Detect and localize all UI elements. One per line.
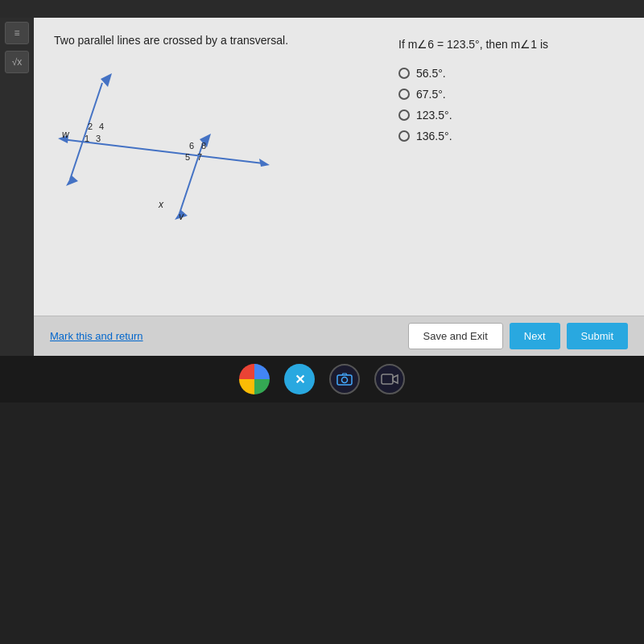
option-2-text: 67.5°. xyxy=(416,88,446,101)
radio-4[interactable] xyxy=(398,130,410,142)
radio-2[interactable] xyxy=(398,89,410,100)
radio-3[interactable] xyxy=(398,109,410,121)
diagram-container: 2 4 1 3 6 8 5 7 w x y xyxy=(54,59,279,236)
label-2: 2 xyxy=(88,122,93,131)
option-1-text: 56.5°. xyxy=(416,67,446,80)
question-area: Two parallel lines are crossed by a tran… xyxy=(34,18,644,316)
geometry-diagram: 2 4 1 3 6 8 5 7 w x y xyxy=(54,59,279,220)
x-app-icon[interactable]: ✕ xyxy=(284,364,315,394)
camera-icon[interactable] xyxy=(329,364,360,394)
label-4: 4 xyxy=(99,122,104,131)
svg-line-6 xyxy=(62,139,263,163)
question-title: Two parallel lines are crossed by a tran… xyxy=(54,34,374,47)
taskbar: ✕ xyxy=(0,356,644,402)
condition-text: If m∠6 = 123.5°, then m∠1 is xyxy=(398,38,624,51)
action-buttons: Save and Exit Next Submit xyxy=(408,323,628,349)
right-section: If m∠6 = 123.5°, then m∠1 is 56.5°. 67.5… xyxy=(398,34,624,299)
option-2[interactable]: 67.5°. xyxy=(398,88,624,101)
radio-1[interactable] xyxy=(398,68,410,79)
svg-marker-2 xyxy=(66,175,78,186)
svg-point-10 xyxy=(342,378,348,383)
laptop-body: hp → ↻ □ ⬜⬜ ○ ☀ ◀ # 3 $ 4 % 5 xyxy=(0,402,644,644)
label-7: 7 xyxy=(197,152,202,162)
action-bar: Mark this and return Save and Exit Next … xyxy=(34,316,644,356)
svg-line-0 xyxy=(70,83,102,180)
label-1: 1 xyxy=(85,134,89,143)
svg-marker-7 xyxy=(259,159,270,167)
label-5: 5 xyxy=(185,152,190,162)
sidebar: ≡ √x xyxy=(0,18,34,356)
chrome-icon[interactable] xyxy=(239,364,270,394)
screen-area: ≡ √x Two parallel lines are crossed by a… xyxy=(0,0,644,370)
save-exit-button[interactable]: Save and Exit xyxy=(408,323,503,349)
label-x: x xyxy=(158,199,164,210)
label-6: 6 xyxy=(189,141,194,151)
next-button[interactable]: Next xyxy=(510,323,560,349)
svg-rect-11 xyxy=(382,374,393,384)
label-w: w xyxy=(62,129,70,140)
label-8: 8 xyxy=(201,141,206,151)
option-4-text: 136.5°. xyxy=(416,130,452,142)
mark-this-link[interactable]: Mark this and return xyxy=(50,330,143,342)
label-y: y xyxy=(178,211,184,220)
left-section: Two parallel lines are crossed by a tran… xyxy=(54,34,374,299)
option-1[interactable]: 56.5°. xyxy=(398,67,624,80)
option-4[interactable]: 136.5°. xyxy=(398,130,624,142)
video-icon[interactable] xyxy=(374,364,405,394)
submit-button[interactable]: Submit xyxy=(567,323,628,349)
option-3-text: 123.5°. xyxy=(416,109,452,122)
option-3[interactable]: 123.5°. xyxy=(398,109,624,122)
sidebar-sqrt-icon[interactable]: √x xyxy=(5,51,29,73)
sidebar-menu-icon[interactable]: ≡ xyxy=(5,22,29,44)
main-content: Two parallel lines are crossed by a tran… xyxy=(34,18,644,356)
label-3: 3 xyxy=(96,134,101,143)
